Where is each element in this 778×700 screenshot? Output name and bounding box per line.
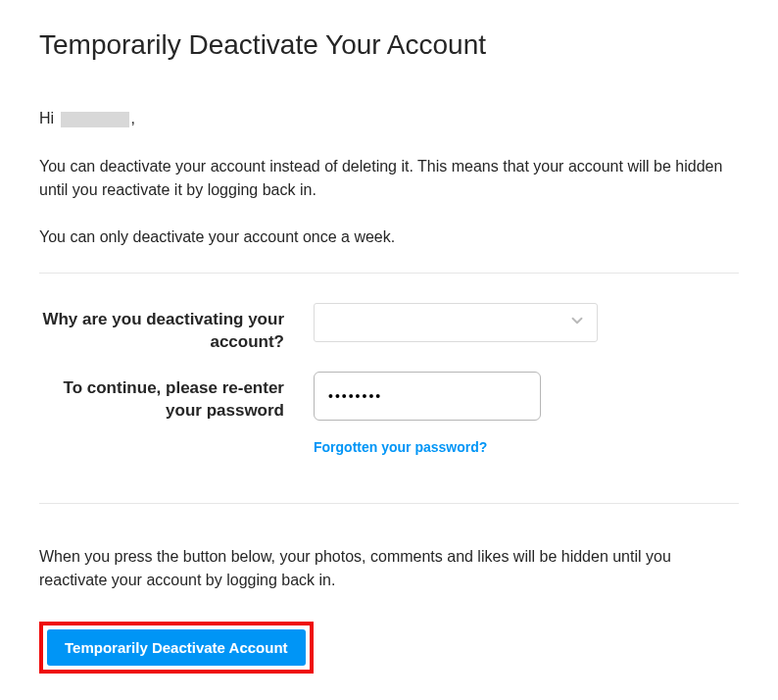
- page-title: Temporarily Deactivate Your Account: [39, 29, 739, 61]
- greeting-line: Hi ,: [39, 110, 739, 127]
- deactivate-button[interactable]: Temporarily Deactivate Account: [47, 629, 306, 666]
- form-section: Why are you deactivating your account? T…: [39, 295, 739, 481]
- divider-bottom: [39, 503, 739, 504]
- intro-paragraph-2: You can only deactivate your account onc…: [39, 225, 739, 249]
- intro-paragraph-1: You can deactivate your account instead …: [39, 155, 739, 202]
- footer-note: When you press the button below, your ph…: [39, 545, 739, 592]
- reason-row: Why are you deactivating your account?: [39, 303, 739, 354]
- greeting-suffix: ,: [131, 110, 135, 126]
- highlight-annotation: Temporarily Deactivate Account: [39, 622, 314, 674]
- divider-top: [39, 273, 739, 274]
- password-row: To continue, please re-enter your passwo…: [39, 372, 739, 456]
- redacted-username: [61, 112, 129, 127]
- forgot-password-link[interactable]: Forgotten your password?: [314, 439, 487, 455]
- greeting-prefix: Hi: [39, 110, 59, 126]
- password-label: To continue, please re-enter your passwo…: [39, 372, 314, 423]
- reason-label: Why are you deactivating your account?: [39, 303, 314, 354]
- reason-select[interactable]: [314, 303, 598, 342]
- password-input[interactable]: [314, 372, 541, 421]
